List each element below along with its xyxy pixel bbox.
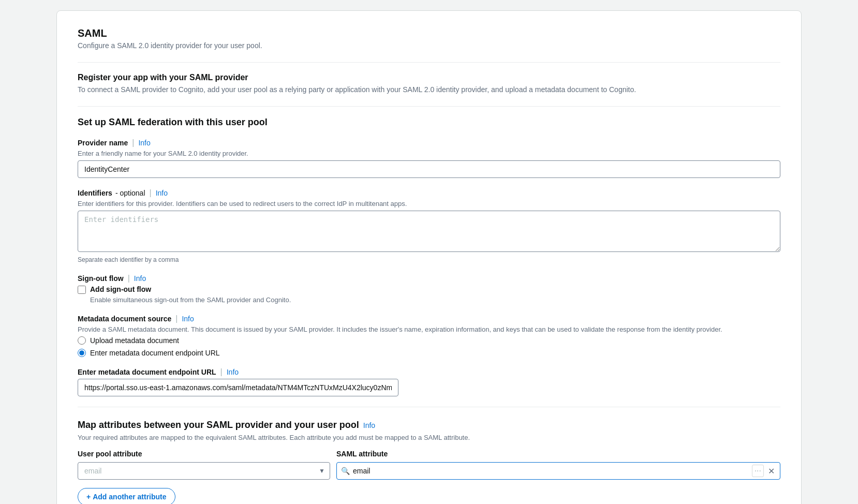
map-title-row: Map attributes between your SAML provide… bbox=[78, 420, 780, 431]
attribute-row: email ▼ 🔍 ··· ✕ bbox=[78, 462, 780, 480]
add-another-attribute-button[interactable]: + Add another attribute bbox=[78, 488, 175, 504]
provider-name-group: Provider name | Info Enter a friendly na… bbox=[78, 138, 780, 178]
clear-saml-attr-button[interactable]: ✕ bbox=[767, 465, 776, 477]
metadata-source-group: Metadata document source | Info Provide … bbox=[78, 314, 780, 357]
attributes-header: User pool attribute SAML attribute bbox=[78, 450, 780, 458]
divider-1 bbox=[78, 62, 780, 63]
user-pool-select-wrapper: email ▼ bbox=[78, 462, 330, 480]
metadata-source-label: Metadata document source bbox=[78, 315, 171, 323]
identifiers-hint: Separate each identifier by a comma bbox=[78, 256, 780, 263]
metadata-url-label: Enter metadata document endpoint URL bbox=[78, 368, 216, 376]
register-description: To connect a SAML provider to Cognito, a… bbox=[78, 85, 780, 94]
separator-3: | bbox=[128, 274, 130, 283]
sign-out-label: Sign-out flow bbox=[78, 274, 124, 283]
user-pool-select[interactable]: email bbox=[78, 462, 330, 480]
saml-attr-input[interactable] bbox=[353, 465, 749, 477]
page-title: SAML bbox=[78, 27, 780, 39]
map-attributes-info[interactable]: Info bbox=[363, 421, 375, 429]
metadata-url-info[interactable]: Info bbox=[227, 368, 239, 376]
identifiers-description: Enter identifiers for this provider. Ide… bbox=[78, 200, 780, 207]
identifiers-group: Identifiers - optional | Info Enter iden… bbox=[78, 188, 780, 263]
plus-icon: + bbox=[86, 493, 91, 501]
page-subtitle: Configure a SAML 2.0 identity provider f… bbox=[78, 41, 780, 50]
sign-out-info[interactable]: Info bbox=[134, 274, 146, 283]
sign-out-checkbox-label: Add sign-out flow bbox=[90, 285, 151, 293]
user-pool-col-header: User pool attribute bbox=[78, 450, 336, 458]
map-section-title: Map attributes between your SAML provide… bbox=[78, 420, 359, 431]
url-input-wrapper bbox=[78, 379, 398, 396]
radio-upload-label: Upload metadata document bbox=[90, 336, 179, 345]
radio-upload[interactable] bbox=[78, 336, 86, 345]
provider-name-input[interactable] bbox=[78, 160, 780, 178]
map-attributes-section: Map attributes between your SAML provide… bbox=[78, 407, 780, 504]
setup-section-title: Set up SAML federation with this user po… bbox=[78, 117, 780, 128]
metadata-source-info[interactable]: Info bbox=[182, 315, 194, 323]
identifiers-info[interactable]: Info bbox=[156, 189, 168, 197]
add-attr-label: Add another attribute bbox=[93, 493, 166, 501]
separator-4: | bbox=[175, 314, 177, 323]
saml-attr-input-wrapper: 🔍 ··· ✕ bbox=[336, 462, 780, 480]
metadata-url-group: Enter metadata document endpoint URL | I… bbox=[78, 367, 780, 396]
dots-icon[interactable]: ··· bbox=[752, 465, 764, 477]
provider-name-description: Enter a friendly name for your SAML 2.0 … bbox=[78, 150, 780, 157]
radio-url-row: Enter metadata document endpoint URL bbox=[78, 349, 780, 357]
provider-name-info[interactable]: Info bbox=[138, 139, 150, 147]
sign-out-checkbox[interactable] bbox=[78, 286, 86, 294]
identifiers-label: Identifiers bbox=[78, 189, 112, 197]
radio-url[interactable] bbox=[78, 349, 86, 357]
sign-out-flow-group: Sign-out flow | Info Add sign-out flow E… bbox=[78, 274, 780, 304]
divider-2 bbox=[78, 106, 780, 107]
metadata-url-input[interactable] bbox=[78, 379, 398, 396]
separator-1: | bbox=[132, 138, 134, 147]
radio-upload-row: Upload metadata document bbox=[78, 336, 780, 345]
identifiers-textarea[interactable] bbox=[78, 211, 780, 252]
register-section-title: Register your app with your SAML provide… bbox=[78, 73, 780, 82]
separator-2: | bbox=[150, 188, 152, 198]
metadata-source-description: Provide a SAML metadata document. This d… bbox=[78, 325, 780, 333]
provider-name-label: Provider name bbox=[78, 139, 128, 147]
separator-5: | bbox=[220, 367, 223, 377]
map-description: Your required attributes are mapped to t… bbox=[78, 434, 780, 441]
search-icon: 🔍 bbox=[341, 467, 350, 475]
sign-out-checkbox-description: Enable simultaneous sign-out from the SA… bbox=[90, 296, 780, 304]
saml-attr-col-header: SAML attribute bbox=[336, 450, 780, 458]
radio-url-label: Enter metadata document endpoint URL bbox=[90, 349, 220, 357]
identifiers-optional: - optional bbox=[115, 189, 145, 197]
main-container: SAML Configure a SAML 2.0 identity provi… bbox=[56, 10, 802, 504]
